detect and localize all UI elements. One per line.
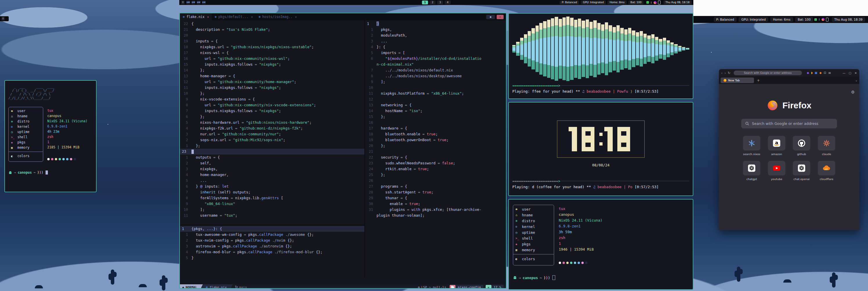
shortcut-tile-cloudflare[interactable]: cloudflare [817,161,836,181]
code-line[interactable]: 13 home-manager = { [180,73,364,79]
client-icon[interactable]: $W [186,1,190,4]
code-line[interactable]: 19 bluetooth.powerOnBoot = true; [365,137,506,143]
code-line[interactable]: 26 [365,178,506,183]
code-line[interactable]: 1 outputs = { [180,154,364,160]
code-line[interactable]: 14 }; [180,67,364,73]
workspace-pill-3[interactable]: 3 [437,1,443,4]
extensions-icon[interactable]: ⊡ [824,71,826,74]
code-line[interactable]: 9 nix-vscode-extensions = { [180,96,364,102]
code-line[interactable]: n-cd-minimal.nix" [365,62,506,67]
firefox-window[interactable]: ‹ › ↻ Search with Google or enter addres… [719,69,859,230]
workspace-pill-4[interactable]: 4 [445,1,451,4]
workspace-pill-2[interactable]: 2 [430,1,436,4]
code-line[interactable]: 21 [365,149,506,154]
addon-icon-fox[interactable]: ◆ [819,71,822,74]
tab-flake-nix[interactable]: ❄flake.nix× [180,13,212,20]
url-bar[interactable]: Search with Google or enter address [734,70,802,75]
launcher-icon[interactable]: ⠿ [181,1,185,4]
code-line[interactable]: 15 }; [365,114,506,120]
phone-link-icon[interactable] [826,18,829,22]
code-line[interactable]: 28 ssh.startAgent = true; [365,190,506,195]
code-line[interactable]: 9 "x86_64-linux" [180,201,364,207]
code-line[interactable]: 4 home-manager, [180,172,364,178]
addon-icon-shield[interactable]: ▣ [815,71,817,74]
code-line[interactable]: 7 inputs.nixpkgs.follows = "nixpkgs"; [180,108,364,114]
code-line[interactable]: 13 networking = { [365,102,506,108]
client-icon[interactable]: $W [191,1,195,4]
code-line[interactable]: 22 security = { [365,154,506,160]
forward-button[interactable]: › [724,71,725,75]
buffer-pin-button[interactable]: ◉ [486,15,495,19]
shortcut-tile-claude[interactable]: claude [817,136,836,156]
menu-icon[interactable]: ≡ [828,71,831,74]
code-line[interactable]: 17 hardware = { [365,125,506,131]
search-input[interactable]: Search with Google or enter address [741,119,837,128]
code-line[interactable]: 3 ... [365,38,506,44]
code-line[interactable]: 3 astronvim = pkgs.callPackage ./astronv… [180,243,364,249]
code-line[interactable]: 2 modulesPath, [365,32,506,38]
bluetooth-icon[interactable]: ᛒ [650,1,652,4]
code-line[interactable]: 20 }; [365,143,506,149]
shortcut-tile-chatgpt[interactable]: chatgpt [742,161,761,181]
code-line[interactable]: 4}: { [365,44,506,50]
tab-close-icon[interactable]: × [207,16,209,19]
back-button[interactable]: ‹ [721,71,722,75]
client-icon[interactable]: $W [202,1,206,4]
clock-pill[interactable]: Thu Aug 08, 18:39 [832,17,865,22]
terminal-window-clock[interactable]: 08/08/24 =====================> Playing:… [508,102,693,196]
terminal-window-visualizer[interactable]: =====================> Playing: ffee for… [508,13,693,99]
clock-pill[interactable]: Thu Aug 08, 18:18 [663,1,692,4]
list-tabs-chevron[interactable]: ⌄ [855,79,858,82]
addon-icon-orange[interactable]: ◗ [811,71,813,74]
code-line[interactable]: 23 sudo.wheelNeedsPassword = false; [365,160,506,166]
maximize-icon[interactable]: ▢ [848,71,851,75]
code-line[interactable]: 22{ [180,21,364,27]
media-player-icon[interactable] [654,1,656,4]
new-tab-button[interactable]: + [757,79,760,83]
addon-icon-purple[interactable]: ◆ [807,71,809,74]
code-line[interactable]: 25 }; [365,172,506,178]
code-line[interactable]: 8 url = "github:nix-community/nix-vscode… [180,102,364,108]
code-line[interactable]: 3 nur.url = "github:nix-community/nur"; [180,131,364,137]
code-line[interactable]: 1 }; [180,143,364,149]
code-line[interactable]: 2 tux-nvim-config = pkgs.callPackage ./n… [180,238,364,243]
tab-new-tab[interactable]: New Tab [721,78,754,83]
shortcut-tile-search-nixos[interactable]: search.nixos [742,136,761,156]
code-line[interactable]: 16 url = "github:nix-community/nixos-wsl… [180,56,364,62]
settings-gear-icon[interactable]: ⚙ [851,90,855,94]
shell-prompt[interactable]: → canopus ~ ))) [8,171,93,175]
tab-hosts-isoImag-[interactable]: ❄hosts/isoImag..× [256,13,300,20]
media-player-icon[interactable] [822,18,825,21]
code-line[interactable]: 6 } @ inputs: let [180,183,364,190]
pane-left[interactable]: 22{21 description = "tux's NixOS Flake";… [180,21,364,219]
shell-prompt[interactable]: → canopus ~ ))) [513,275,689,280]
shortcut-tile-github[interactable]: github [792,136,811,156]
shortcut-tile-youtube[interactable]: youtube [767,161,786,181]
code-line[interactable]: 5} [180,255,364,261]
code-line[interactable]: 19 inputs = { [180,38,364,44]
client-icon[interactable]: $W [197,1,200,4]
code-line[interactable]: 4 nixpkgs-f2k.url = "github:moni-dz/nixp… [180,125,364,131]
shortcut-tile-chat-openai[interactable]: chat.openai [792,161,811,181]
tab-close-icon[interactable]: × [251,16,253,19]
code-line[interactable]: 12 url = "github:nix-community/home-mana… [180,79,364,85]
window-separator-horizontal[interactable] [180,225,364,225]
code-line[interactable]: 23 [180,149,364,154]
pane-right[interactable]: 1{1 pkgs,2 modulesPath,3 ...4}: {5 impor… [365,21,506,219]
code-line[interactable]: 30 enable = true; [365,201,506,207]
code-line[interactable]: 16 [365,120,506,125]
code-line[interactable]: 8 forAllSystems = nixpkgs.lib.genAttrs [ [180,195,364,201]
code-line[interactable]: 1{pkgs, ...}: { [180,226,364,232]
launcher-icon[interactable]: ⠿ [1,17,5,21]
code-line[interactable]: 7 ../../modules/nixos/default.nix [365,67,506,73]
close-icon[interactable]: ✕ [855,71,857,75]
code-line[interactable]: 10 ]; [180,207,364,212]
code-line[interactable]: 1 pkgs, [365,27,506,32]
tab-pkgs-default-[interactable]: ❄pkgs/default...× [212,13,256,20]
code-line[interactable]: 17 nixos-wsl = { [180,50,364,56]
code-line[interactable]: 11 username = "tux"; [180,212,364,219]
tab-close-icon[interactable]: × [295,16,297,19]
workspace-pill-1[interactable]: 1 [422,1,428,4]
phone-link-icon[interactable] [658,1,660,4]
pane-bottom[interactable]: 1{pkgs, ...}: {1 tux-awesome-wm-config =… [180,226,364,261]
